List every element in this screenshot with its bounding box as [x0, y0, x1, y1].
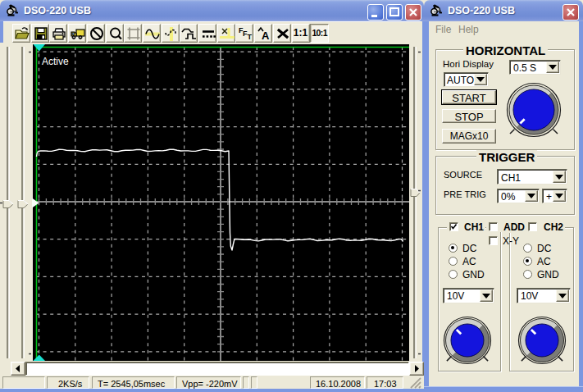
svg-text:Active: Active: [42, 56, 69, 67]
svg-text:A: A: [262, 30, 270, 42]
svg-text:T: T: [248, 33, 253, 41]
